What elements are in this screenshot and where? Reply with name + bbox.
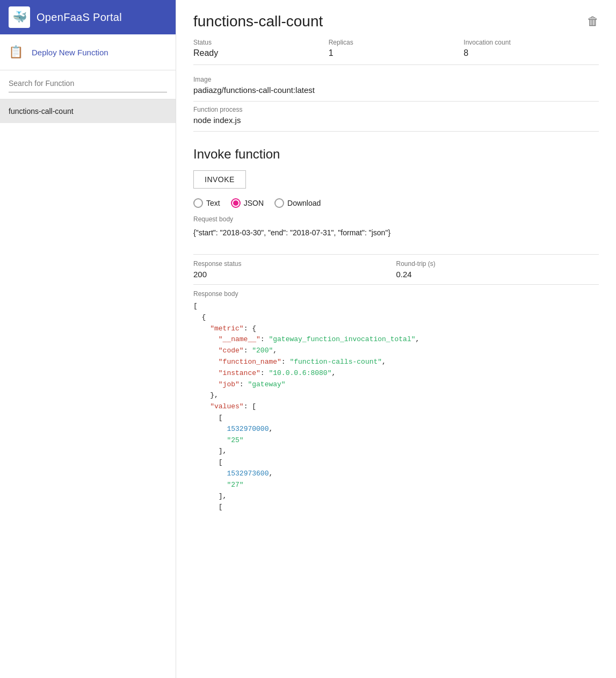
invoke-button[interactable]: INVOKE xyxy=(193,170,246,189)
radio-download-circle xyxy=(274,198,284,208)
replicas-label: Replicas xyxy=(329,39,464,46)
response-grid: Response status 200 Round-trip (s) 0.24 xyxy=(193,260,599,285)
function-list-item-name: functions-call-count xyxy=(9,107,74,116)
search-container xyxy=(0,70,176,99)
invoke-button-label: INVOKE xyxy=(205,175,235,184)
search-divider xyxy=(9,92,167,92)
invocation-cell: Invocation count 8 xyxy=(463,39,599,58)
delete-icon[interactable]: 🗑 xyxy=(587,15,599,28)
sidebar: 🐳 OpenFaaS Portal 📋 Deploy New Function … xyxy=(0,0,176,678)
replicas-cell: Replicas 1 xyxy=(329,39,464,58)
response-status-label: Response status xyxy=(193,260,396,268)
app-logo: 🐳 xyxy=(9,6,30,28)
replicas-value: 1 xyxy=(329,48,464,58)
radio-text-option[interactable]: Text xyxy=(193,198,220,208)
process-value: node index.js xyxy=(193,116,599,125)
response-body-label: Response body xyxy=(193,290,599,298)
response-status-value: 200 xyxy=(193,270,396,279)
response-status-cell: Response status 200 xyxy=(193,260,396,279)
info-grid: Status Ready Replicas 1 Invocation count… xyxy=(193,39,599,65)
status-label: Status xyxy=(193,39,329,46)
radio-text-label: Text xyxy=(206,199,220,207)
roundtrip-label: Round-trip (s) xyxy=(396,260,599,268)
logo-icon: 🐳 xyxy=(12,10,27,24)
invocation-label: Invocation count xyxy=(463,39,599,46)
request-body-label: Request body xyxy=(193,215,599,223)
invocation-value: 8 xyxy=(463,48,599,58)
radio-json-circle xyxy=(231,198,241,208)
response-body-json: [ { "metric": { "__name__": "gateway_fun… xyxy=(193,301,599,513)
response-divider xyxy=(193,254,599,255)
roundtrip-value: 0.24 xyxy=(396,270,599,279)
process-row: Function process node index.js xyxy=(193,102,599,132)
main-content: functions-call-count 🗑 Status Ready Repl… xyxy=(176,0,616,678)
status-value: Ready xyxy=(193,48,329,58)
status-cell: Status Ready xyxy=(193,39,329,58)
deploy-icon: 📋 xyxy=(9,45,23,59)
image-row: Image padiazg/functions-call-count:lates… xyxy=(193,71,599,102)
function-list-item[interactable]: functions-call-count xyxy=(0,99,176,123)
request-body-value: {"start": "2018-03-30", "end": "2018-07-… xyxy=(193,226,599,246)
function-title: functions-call-count xyxy=(193,13,323,30)
invoke-section-title: Invoke function xyxy=(193,147,599,162)
app-title: OpenFaaS Portal xyxy=(37,11,122,24)
search-input[interactable] xyxy=(9,77,167,90)
deploy-new-button[interactable]: 📋 Deploy New Function xyxy=(0,34,176,70)
image-label: Image xyxy=(193,76,599,83)
sidebar-header: 🐳 OpenFaaS Portal xyxy=(0,0,176,34)
function-title-row: functions-call-count 🗑 xyxy=(193,13,599,30)
radio-text-circle xyxy=(193,198,203,208)
roundtrip-cell: Round-trip (s) 0.24 xyxy=(396,260,599,279)
radio-group: Text JSON Download xyxy=(193,198,599,208)
deploy-new-label: Deploy New Function xyxy=(32,48,108,57)
radio-download-label: Download xyxy=(287,199,321,207)
radio-json-label: JSON xyxy=(244,199,264,207)
process-label: Function process xyxy=(193,106,599,113)
image-value: padiazg/functions-call-count:latest xyxy=(193,85,599,95)
radio-json-option[interactable]: JSON xyxy=(231,198,264,208)
radio-download-option[interactable]: Download xyxy=(274,198,321,208)
